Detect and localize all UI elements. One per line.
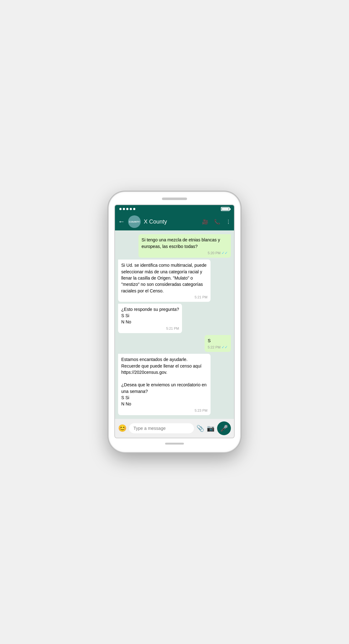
message-input[interactable] xyxy=(129,423,194,433)
message-time: 5:23 PM xyxy=(195,408,207,413)
read-ticks: ✓✓ xyxy=(221,345,228,350)
input-bar: 😊 📎 📷 🎤 xyxy=(115,419,234,438)
dot-1 xyxy=(119,208,122,210)
message-meta: 5:21 PM xyxy=(121,326,179,331)
message-meta: 5:21 PM xyxy=(121,295,207,300)
battery-icon xyxy=(221,207,230,211)
header-actions: 🎥 📞 ⋮ xyxy=(202,219,231,225)
message-text: ¿Esto responde su pregunta?S SiN No xyxy=(121,307,179,325)
message-text: S xyxy=(208,338,211,343)
status-bar xyxy=(115,205,234,213)
phone-screen: ← COUNTY X County 🎥 📞 ⋮ Si tengo una mez… xyxy=(114,204,235,438)
phone-home-indicator xyxy=(165,443,184,445)
dot-2 xyxy=(123,208,125,210)
menu-icon[interactable]: ⋮ xyxy=(226,219,231,225)
mic-button[interactable]: 🎤 xyxy=(217,421,231,435)
video-call-icon[interactable]: 🎥 xyxy=(202,219,208,225)
message-bubble: Estamos encantados de ayudarle. Recuerde… xyxy=(118,354,211,415)
dot-4 xyxy=(130,208,132,210)
chat-header: ← COUNTY X County 🎥 📞 ⋮ xyxy=(115,213,234,230)
battery-fill xyxy=(222,208,229,210)
message-time: 5:22 PM xyxy=(208,345,221,350)
message-meta: 5:20 PM ✓✓ xyxy=(142,250,228,256)
message-time: 5:20 PM xyxy=(208,251,221,256)
read-ticks: ✓✓ xyxy=(221,250,228,256)
message-meta: 5:23 PM xyxy=(121,408,207,413)
signal-dots xyxy=(119,208,135,210)
message-bubble: Si tengo una mezcla de etnias blancas y … xyxy=(138,234,231,258)
back-button[interactable]: ← xyxy=(118,218,125,225)
message-bubble: S 5:22 PM ✓✓ xyxy=(205,335,231,352)
message-text: Estamos encantados de ayudarle. Recuerde… xyxy=(121,357,206,406)
phone-speaker xyxy=(162,198,187,200)
emoji-button[interactable]: 😊 xyxy=(118,424,127,432)
message-bubble: Si Ud. se identifica como multirracial, … xyxy=(118,260,211,301)
mic-icon: 🎤 xyxy=(220,425,228,432)
message-meta: 5:22 PM ✓✓ xyxy=(208,345,228,350)
messages-area: Si tengo una mezcla de etnias blancas y … xyxy=(115,230,234,419)
message-time: 5:21 PM xyxy=(166,326,179,331)
message-bubble: ¿Esto responde su pregunta?S SiN No 5:21… xyxy=(118,304,182,333)
message-time: 5:21 PM xyxy=(195,295,207,300)
dot-5 xyxy=(133,208,135,210)
camera-button[interactable]: 📷 xyxy=(207,425,215,432)
avatar[interactable]: COUNTY xyxy=(128,215,141,228)
chat-name: X County xyxy=(144,219,199,225)
dot-3 xyxy=(126,208,128,210)
phone-frame: ← COUNTY X County 🎥 📞 ⋮ Si tengo una mez… xyxy=(109,192,240,452)
voice-call-icon[interactable]: 📞 xyxy=(214,219,220,225)
attach-button[interactable]: 📎 xyxy=(196,425,204,432)
message-text: Si tengo una mezcla de etnias blancas y … xyxy=(142,237,220,249)
message-text: Si Ud. se identifica como multirracial, … xyxy=(121,263,206,293)
